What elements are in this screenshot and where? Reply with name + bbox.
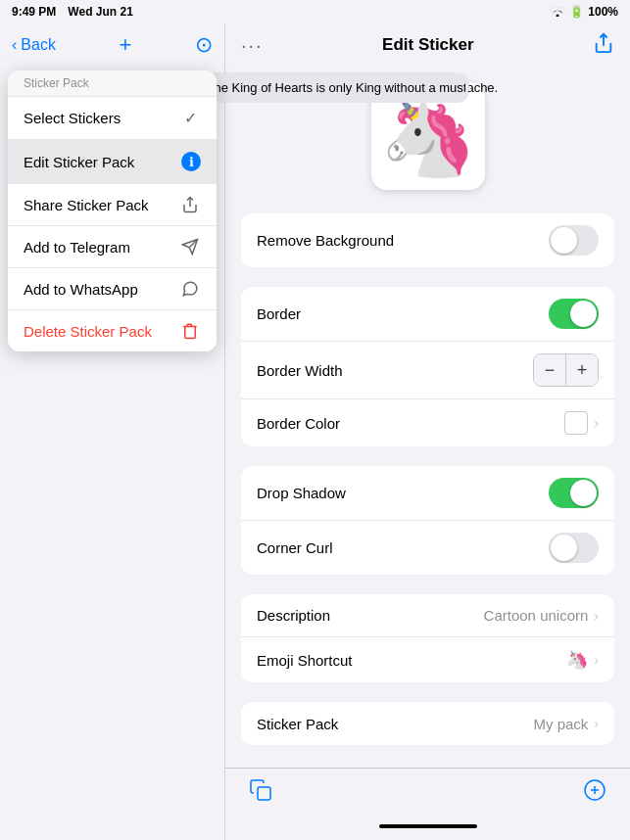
dropdown-add-whatsapp[interactable]: Add to WhatsApp (8, 268, 217, 310)
bottom-toolbar (225, 768, 630, 817)
description-value: Cartoon unicorn › (484, 607, 599, 624)
export-icon[interactable] (593, 32, 614, 59)
row-border: Border (241, 287, 614, 342)
border-color-label: Border Color (257, 415, 340, 432)
row-drop-shadow: Drop Shadow (241, 466, 614, 521)
sticker-pack-label: Sticker Pack (257, 716, 338, 732)
row-emoji-shortcut[interactable]: Emoji Shortcut 🦄 › (241, 637, 614, 682)
back-label: Back (21, 36, 56, 54)
dropdown-select-stickers[interactable]: Select Stickers ✓ (8, 97, 217, 140)
speech-bubble: The King of Hearts is only King without … (195, 72, 469, 103)
left-nav: ‹ Back + ⊙ (0, 23, 224, 67)
main-layout: ‹ Back + ⊙ My pa 🍍 🌈 Sticker Pack Select… (0, 23, 630, 840)
battery-label: 100% (588, 5, 618, 19)
dropdown-edit-pack[interactable]: Edit Sticker Pack ℹ (8, 140, 217, 184)
emoji-shortcut-chevron: › (594, 652, 599, 668)
dropdown-add-whatsapp-label: Add to WhatsApp (24, 281, 138, 298)
dropdown-add-telegram[interactable]: Add to Telegram (8, 226, 217, 268)
dropdown-add-telegram-label: Add to Telegram (24, 239, 130, 256)
back-chevron-icon: ‹ (12, 36, 17, 54)
dropdown-share-pack[interactable]: Share Sticker Pack (8, 184, 217, 226)
right-nav: ··· Edit Sticker (225, 23, 630, 67)
border-width-stepper: − + (533, 353, 599, 387)
add-icon[interactable]: + (120, 32, 132, 58)
dropdown-delete-pack-label: Delete Sticker Pack (24, 323, 152, 340)
nav-dots[interactable]: ··· (241, 34, 264, 57)
wifi-icon (550, 5, 565, 20)
right-panel: ··· Edit Sticker The King of Hearts is o… (225, 23, 630, 840)
checkmark-icon: ✓ (179, 109, 201, 127)
dropdown-select-stickers-label: Select Stickers (24, 110, 121, 126)
emoji-shortcut-value: 🦄 › (566, 649, 599, 671)
border-toggle[interactable] (549, 299, 599, 329)
row-sticker-pack[interactable]: Sticker Pack My pack › (241, 702, 614, 745)
section-meta: Description Cartoon unicorn › Emoji Shor… (241, 594, 614, 682)
trash-icon (179, 322, 201, 340)
section-shadow: Drop Shadow Corner Curl (241, 466, 614, 575)
border-label: Border (257, 305, 301, 322)
dropdown-delete-pack[interactable]: Delete Sticker Pack (8, 310, 217, 351)
remove-background-label: Remove Background (257, 232, 394, 249)
border-color-swatch (564, 411, 588, 435)
dropdown-overlay: Sticker Pack Select Stickers ✓ Edit Stic… (0, 67, 224, 355)
description-text: Cartoon unicorn (484, 607, 589, 624)
remove-background-toggle[interactable] (549, 225, 599, 256)
drop-shadow-toggle[interactable] (549, 478, 599, 508)
border-color-chevron: › (594, 415, 599, 431)
dropdown-menu: Sticker Pack Select Stickers ✓ Edit Stic… (8, 70, 217, 351)
row-border-width: Border Width − + (241, 342, 614, 399)
stepper-decrement[interactable]: − (534, 354, 565, 386)
border-width-label: Border Width (257, 362, 343, 379)
row-remove-background: Remove Background (241, 213, 614, 267)
corner-curl-toggle[interactable] (549, 533, 599, 563)
sticker-preview: The King of Hearts is only King without … (225, 67, 630, 213)
more-icon[interactable]: ⊙ (195, 32, 213, 58)
status-date: Wed Jun 21 (68, 5, 132, 19)
home-indicator (379, 824, 477, 828)
dropdown-section-header: Sticker Pack (8, 70, 217, 97)
telegram-icon (179, 238, 201, 256)
description-label: Description (257, 607, 330, 624)
home-indicator-container (225, 817, 630, 840)
dropdown-share-pack-label: Share Sticker Pack (24, 197, 149, 213)
emoji-shortcut-label: Emoji Shortcut (257, 652, 353, 669)
status-time: 9:49 PM (12, 5, 56, 19)
status-bar: 9:49 PM Wed Jun 21 🔋 100% (0, 0, 630, 23)
row-description[interactable]: Description Cartoon unicorn › (241, 594, 614, 637)
section-background: Remove Background (241, 213, 614, 267)
emoji-shortcut-icon: 🦄 (566, 649, 588, 671)
sticker-pack-name: My pack (533, 716, 588, 732)
row-border-color[interactable]: Border Color › (241, 399, 614, 446)
battery-icon: 🔋 (569, 5, 584, 19)
description-chevron: › (594, 608, 599, 624)
info-icon: ℹ (181, 152, 201, 171)
border-color-value: › (564, 411, 599, 435)
corner-curl-label: Corner Curl (257, 539, 333, 556)
sticker-image-container: The King of Hearts is only King without … (371, 82, 485, 190)
add-sticker-icon[interactable] (583, 778, 606, 808)
left-panel: ‹ Back + ⊙ My pa 🍍 🌈 Sticker Pack Select… (0, 23, 225, 840)
copy-icon[interactable] (249, 778, 272, 808)
page-title: Edit Sticker (382, 35, 474, 55)
section-sticker-pack: Sticker Pack My pack › (241, 702, 614, 745)
settings-scroll: Remove Background Border Border Width − … (225, 213, 630, 768)
whatsapp-icon (179, 280, 201, 298)
back-button[interactable]: ‹ Back (12, 36, 56, 54)
sticker-pack-value: My pack › (533, 716, 599, 732)
row-corner-curl: Corner Curl (241, 521, 614, 575)
sticker-pack-chevron: › (594, 716, 599, 731)
section-border: Border Border Width − + Border Color › (241, 287, 614, 446)
share-icon (179, 196, 201, 213)
svg-rect-2 (258, 787, 270, 800)
drop-shadow-label: Drop Shadow (257, 485, 346, 501)
speech-bubble-text: The King of Hearts is only King without … (207, 80, 499, 95)
dropdown-edit-pack-label: Edit Sticker Pack (24, 154, 134, 170)
stepper-increment[interactable]: + (566, 354, 598, 386)
